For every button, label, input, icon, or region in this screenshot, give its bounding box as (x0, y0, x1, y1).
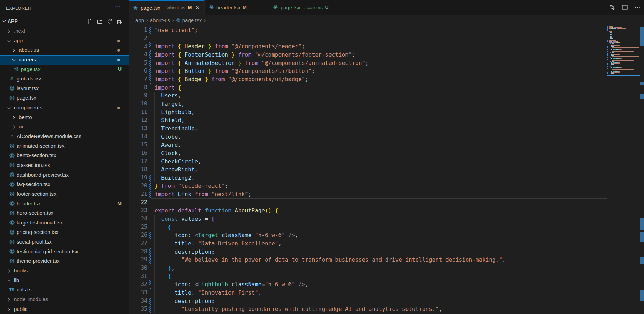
tree-item-components[interactable]: components (0, 103, 129, 113)
close-icon[interactable]: ✕ (195, 5, 200, 10)
tree-item-page.tsx[interactable]: page.tsx (0, 93, 129, 103)
tree-item-faq-section.tsx[interactable]: faq-section.tsx (0, 180, 129, 189)
code-line-28[interactable]: 28 description: (129, 248, 607, 256)
code-line-34[interactable]: 34 description: (129, 297, 607, 305)
code-text: TrendingUp, (154, 125, 198, 133)
code-line-26[interactable]: 26 icon: <Target className="h-6 w-6" />, (129, 231, 607, 239)
tree-item-bento[interactable]: bento (0, 113, 129, 122)
code-line-6[interactable]: 6import { Button } from "@/components/ui… (129, 67, 607, 75)
code-line-19[interactable]: 19 Building2, (129, 174, 607, 182)
tree-item-careers[interactable]: careers (0, 55, 129, 65)
code-line-16[interactable]: 16 Clock, (129, 149, 607, 158)
code-line-13[interactable]: 13 TrendingUp, (129, 125, 607, 133)
breadcrumb-item-aboutus[interactable]: about-us (150, 17, 170, 23)
code-line-1[interactable]: 1"use client"; (129, 26, 607, 34)
react-file-icon (9, 162, 15, 168)
code-text: { (154, 223, 171, 231)
react-icon (9, 182, 15, 187)
tree-item-hero-section.tsx[interactable]: hero-section.tsx (0, 209, 129, 218)
code-line-4[interactable]: 4import { FooterSection } from "@/compon… (129, 51, 607, 59)
code-line-2[interactable]: 2 (129, 34, 607, 43)
breadcrumb-item-app[interactable]: app (135, 17, 144, 23)
tree-item-testimonial-grid-section.tsx[interactable]: testimonial-grid-section.tsx (0, 247, 129, 257)
code-line-14[interactable]: 14 Globe, (129, 133, 607, 141)
tree-item-app[interactable]: app (0, 36, 129, 46)
code-line-11[interactable]: 11 Lightbulb, (129, 108, 607, 117)
tree-item-globals.css[interactable]: #globals.css (0, 74, 129, 84)
overview-ruler[interactable] (640, 0, 644, 314)
indent-guide (154, 92, 155, 182)
code-line-21[interactable]: 21import Link from "next/link"; (129, 190, 607, 198)
code-line-31[interactable]: 31 { (129, 272, 607, 281)
tree-item-dashboard-preview.tsx[interactable]: dashboard-preview.tsx (0, 170, 129, 180)
react-icon (9, 86, 15, 91)
code-line-8[interactable]: 8import { (129, 84, 607, 92)
code-line-27[interactable]: 27 title: "Data-Driven Excellence", (129, 239, 607, 248)
code-line-18[interactable]: 18 ArrowRight, (129, 166, 607, 174)
chevron-right-icon (11, 115, 17, 120)
tree-item-label: node_modules (14, 296, 48, 302)
explorer-section-header[interactable]: APP (0, 17, 129, 26)
git-changes-dot (117, 107, 120, 109)
new-folder-button[interactable] (96, 18, 103, 25)
tree-item-label: careers (19, 57, 36, 62)
tree-item-footer-section.tsx[interactable]: footer-section.tsx (0, 189, 129, 199)
tree-item-page.tsx[interactable]: page.tsxU (0, 65, 129, 75)
tree-item-hooks[interactable]: hooks (0, 266, 129, 276)
code-line-25[interactable]: 25 { (129, 223, 607, 231)
tree-item-layout.tsx[interactable]: layout.tsx (0, 84, 129, 94)
code-line-12[interactable]: 12 Shield, (129, 116, 607, 125)
tree-item-label: animated-section.tsx (17, 143, 65, 149)
explorer-more-actions-icon[interactable]: ⋯ (115, 3, 121, 10)
git-status-badge: M (117, 201, 122, 206)
tree-item-theme-provider.tsx[interactable]: theme-provider.tsx (0, 256, 129, 266)
tree-item-lib[interactable]: lib (0, 276, 129, 286)
collapse-folders-button[interactable] (116, 18, 123, 25)
chevron-down-icon (11, 57, 17, 63)
tree-item-node-modules[interactable]: node_modules (0, 295, 129, 305)
tree-item-bento-section.tsx[interactable]: bento-section.tsx (0, 151, 129, 161)
react-file-icon (9, 258, 15, 264)
code-line-35[interactable]: 35 "Constantly pushing boundaries with c… (129, 305, 607, 313)
code-line-5[interactable]: 5import { AnimatedSection } from "@/comp… (129, 59, 607, 67)
minimap-modified-marker (607, 60, 608, 60)
refresh-button[interactable] (106, 18, 113, 25)
tree-item-animated-section.tsx[interactable]: animated-section.tsx (0, 142, 129, 151)
code-text: import Link from "next/link"; (154, 190, 251, 198)
code-line-15[interactable]: 15 Award, (129, 141, 607, 149)
tree-item-AiCodeReviews.module.css[interactable]: #AiCodeReviews.module.css (0, 132, 129, 142)
tree-item-label: page.tsx (17, 95, 36, 101)
tree-item-.next[interactable]: .next (0, 26, 129, 36)
breadcrumb-item-[interactable]: … (208, 17, 213, 23)
tree-item-ui[interactable]: ui (0, 122, 129, 132)
code-line-3[interactable]: 3import { Header } from "@/components/he… (129, 42, 607, 51)
tree-item-social-proof.tsx[interactable]: social-proof.tsx (0, 237, 129, 247)
new-file-button[interactable] (86, 18, 93, 25)
code-line-17[interactable]: 17 CheckCircle, (129, 158, 607, 166)
tree-item-cta-section.tsx[interactable]: cta-section.tsx (0, 161, 129, 170)
code-line-33[interactable]: 33 title: "Innovation First", (129, 289, 607, 297)
code-line-24[interactable]: 24 const values = [ (129, 215, 607, 223)
tree-item-public[interactable]: public (0, 305, 129, 314)
tab-page-tsx-2[interactable]: page.tsx...\careersU (269, 0, 346, 15)
code-line-32[interactable]: 32 icon: <Lightbulb className="h-6 w-6" … (129, 280, 607, 289)
code-line-20[interactable]: 20} from "lucide-react"; (129, 182, 607, 190)
breadcrumb-item-pagetsx[interactable]: page.tsx (176, 17, 202, 23)
code-line-23[interactable]: 23export default function AboutPage() { (129, 206, 607, 215)
code-line-30[interactable]: 30 }, (129, 264, 607, 272)
code-line-10[interactable]: 10 Target, (129, 100, 607, 108)
code-line-7[interactable]: 7import { Badge } from "@/components/ui/… (129, 75, 607, 84)
code-line-29[interactable]: 29 "We believe in the power of data to t… (129, 256, 607, 264)
tab-page-tsx-0[interactable]: page.tsx...\about-usM✕ (129, 0, 205, 15)
code-line-9[interactable]: 9 Users, (129, 92, 607, 100)
tree-item-utils.ts[interactable]: TSutils.ts (0, 285, 129, 295)
tree-item-about-us[interactable]: about-us (0, 45, 129, 55)
tree-item-pricing-section.tsx[interactable]: pricing-section.tsx (0, 228, 129, 237)
tree-item-label: about-us (19, 47, 39, 53)
tree-item-header.tsx[interactable]: header.tsxM (0, 199, 129, 209)
tree-item-large-testimonial.tsx[interactable]: large-testimonial.tsx (0, 218, 129, 228)
code-editor[interactable]: 1"use client";23import { Header } from "… (129, 26, 607, 313)
tab-header-tsx-1[interactable]: header.tsxM (205, 0, 269, 15)
line-number: 2 (129, 34, 147, 43)
minimap[interactable] (607, 0, 640, 314)
